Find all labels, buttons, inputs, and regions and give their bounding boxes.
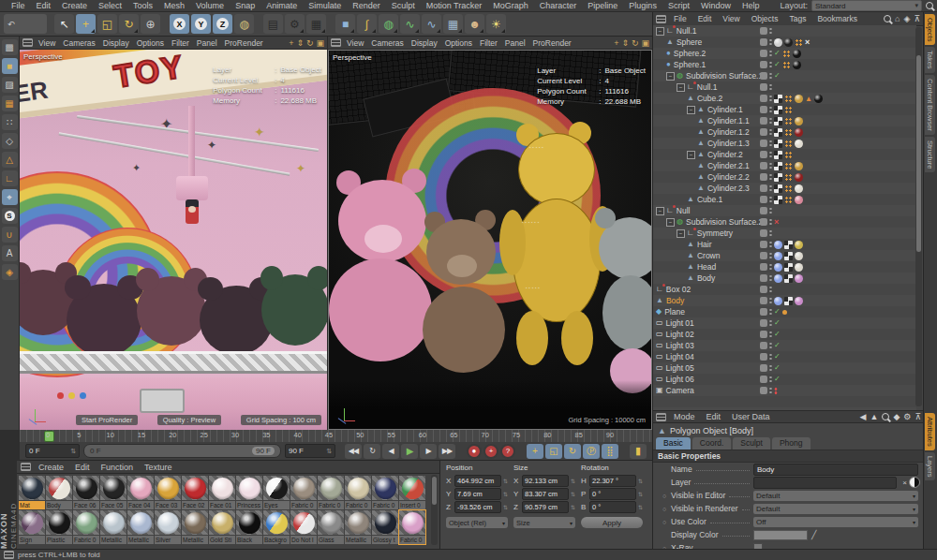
material-fabric-0[interactable]: Fabric 0 bbox=[345, 476, 371, 509]
enable-toggle[interactable] bbox=[760, 50, 767, 57]
spinner-icon[interactable]: ⇅ bbox=[571, 491, 575, 497]
side-tab-structure[interactable]: Structure bbox=[925, 137, 935, 172]
material-face-03[interactable]: Face 03 bbox=[155, 476, 181, 509]
filter-eye-icon[interactable]: ◈ bbox=[903, 14, 910, 23]
material-do-not-l[interactable]: Do Not l bbox=[290, 510, 317, 544]
enable-toggle[interactable] bbox=[760, 140, 767, 147]
mode-bar-mode[interactable]: Mode bbox=[668, 412, 701, 421]
tree-row-crown[interactable]: ▲Crown bbox=[653, 250, 916, 261]
render-toggle-dots[interactable] bbox=[774, 387, 778, 395]
enable-toggle[interactable] bbox=[760, 342, 767, 349]
render-view[interactable]: ▤ bbox=[263, 14, 283, 34]
material-tag-icon[interactable] bbox=[795, 117, 803, 125]
phong-tag-icon[interactable] bbox=[784, 162, 793, 170]
record-keyframe-button[interactable]: ● bbox=[467, 444, 482, 459]
position-y-field[interactable]: 7.69 cm bbox=[454, 488, 501, 500]
tree-row-light-04[interactable]: ▭Light 04✓ bbox=[653, 351, 916, 362]
om-menu-tags[interactable]: Tags bbox=[783, 14, 811, 23]
enable-toggle[interactable] bbox=[760, 196, 767, 203]
autokey-toggle[interactable]: ▮ bbox=[630, 444, 647, 459]
phong-tag-icon[interactable] bbox=[784, 151, 793, 159]
side-tab-objects[interactable]: Objects bbox=[925, 14, 935, 45]
visibility-dots[interactable] bbox=[769, 207, 772, 214]
uvw-tag-icon[interactable] bbox=[774, 173, 782, 182]
menu-simulate[interactable]: Simulate bbox=[303, 1, 347, 10]
tweak-mode[interactable]: ⌖ bbox=[2, 189, 18, 205]
enable-toggle[interactable] bbox=[760, 184, 767, 192]
menu-sculpt[interactable]: Sculpt bbox=[386, 1, 421, 10]
tab-basic[interactable]: Basic bbox=[656, 437, 691, 449]
viewport-menu-view[interactable]: View bbox=[35, 38, 59, 48]
enable-toggle[interactable] bbox=[760, 252, 767, 259]
loop-button[interactable]: ↻ bbox=[364, 444, 380, 459]
enable-toggle[interactable] bbox=[760, 319, 767, 327]
lock-y-axis[interactable]: Y bbox=[191, 14, 211, 34]
mode-bar-user-data[interactable]: User Data bbox=[726, 412, 776, 421]
material-tag-icon[interactable] bbox=[795, 297, 803, 305]
visibility-dots[interactable] bbox=[769, 95, 772, 102]
material-tag-icon[interactable] bbox=[795, 128, 803, 137]
tree-row-cylinder-2[interactable]: −▲Cylinder.2 bbox=[653, 149, 916, 160]
tree-row-light-01[interactable]: ▭Light 01✓ bbox=[653, 317, 916, 329]
visibility-dots[interactable] bbox=[769, 376, 772, 383]
visibility-dots[interactable] bbox=[769, 252, 772, 259]
material-tag-icon[interactable] bbox=[793, 50, 801, 58]
tree-row-cylinder-1[interactable]: −▲Cylinder.1 bbox=[653, 104, 916, 115]
phong-tag-icon[interactable] bbox=[782, 50, 791, 58]
enable-toggle[interactable] bbox=[760, 353, 767, 361]
phong-tag-icon[interactable] bbox=[784, 140, 793, 148]
material-glossy-t[interactable]: Glossy t bbox=[372, 510, 398, 544]
om-menu-edit[interactable]: Edit bbox=[692, 14, 718, 23]
viewport-menu-cameras[interactable]: Cameras bbox=[367, 38, 407, 48]
tree-row-null[interactable]: −∟Null bbox=[653, 205, 916, 216]
material-face-01[interactable]: Face 01 bbox=[209, 476, 235, 509]
uvw-tag-icon[interactable] bbox=[774, 151, 782, 159]
viewport-button-quality-preview[interactable]: Quality : Preview bbox=[157, 415, 221, 425]
material-tag-icon[interactable] bbox=[774, 263, 782, 272]
enable-toggle[interactable] bbox=[760, 241, 767, 248]
om-menu-objects[interactable]: Objects bbox=[746, 14, 784, 23]
spline-pen[interactable]: ∫ bbox=[357, 14, 377, 34]
enable-toggle[interactable] bbox=[760, 117, 767, 125]
rotate-tool[interactable]: ↻ bbox=[119, 14, 139, 34]
edges-mode[interactable]: ◇ bbox=[2, 133, 18, 149]
side-tab-content-browser[interactable]: Content Browser bbox=[925, 75, 935, 135]
visibility-dots[interactable] bbox=[769, 364, 772, 372]
material-face-06[interactable]: Face 06 bbox=[73, 476, 99, 509]
record-options-button[interactable]: ? bbox=[500, 444, 515, 459]
texture-axis-mode[interactable]: A bbox=[2, 245, 18, 261]
material-body[interactable]: Body bbox=[46, 476, 72, 509]
uvw-tag-icon[interactable] bbox=[774, 184, 782, 193]
goto-end-button[interactable]: ▶▶ bbox=[439, 444, 455, 459]
material-silver[interactable]: Silver bbox=[155, 510, 181, 544]
material-plastic[interactable]: Plastic bbox=[46, 510, 72, 544]
viewport-menu-prorender[interactable]: ProRender bbox=[529, 38, 575, 48]
lock-z-axis[interactable]: Z bbox=[213, 14, 232, 34]
toggle-view-icon[interactable]: ▣ bbox=[316, 38, 324, 48]
enable-toggle[interactable] bbox=[760, 162, 767, 169]
enable-toggle[interactable] bbox=[760, 207, 767, 214]
tree-row-cylinder-2-1[interactable]: ▲Cylinder.2.1 bbox=[653, 160, 916, 171]
enable-toggle[interactable] bbox=[760, 218, 767, 226]
spinner-icon[interactable]: ⇅ bbox=[638, 491, 643, 497]
uvw-tag-icon[interactable] bbox=[774, 117, 782, 125]
material-tag-icon[interactable] bbox=[795, 162, 803, 170]
menu-plugins[interactable]: Plugins bbox=[623, 1, 662, 10]
viewport-left-canvas[interactable]: Perspective TOY ER ✦ ✦ ✦ ✦ ✦ Layer:Base bbox=[20, 50, 327, 430]
visibility-dots[interactable] bbox=[769, 106, 772, 113]
generator-subdivision[interactable]: ◍ bbox=[379, 14, 398, 34]
hair-feather[interactable]: ∿ bbox=[422, 14, 441, 34]
apply-button[interactable]: Apply bbox=[581, 517, 643, 528]
panel-icon[interactable] bbox=[656, 413, 666, 421]
menu-select[interactable]: Select bbox=[93, 1, 127, 10]
tree-row-light-03[interactable]: ▭Light 03✓ bbox=[653, 340, 916, 351]
autokey-record-button[interactable]: + bbox=[483, 444, 498, 459]
timeline-ruler[interactable]: 051015202530354045505560657075808590 bbox=[20, 430, 652, 443]
viewport-menu-display[interactable]: Display bbox=[99, 38, 133, 48]
tree-row-plane[interactable]: ◆Plane✓ bbox=[653, 306, 916, 317]
workplane-mode[interactable]: ▦ bbox=[2, 96, 18, 111]
visibility-dots[interactable] bbox=[769, 140, 772, 147]
enable-toggle[interactable] bbox=[760, 173, 767, 181]
visibility-dots[interactable] bbox=[769, 308, 772, 316]
visibility-dots[interactable] bbox=[769, 50, 772, 57]
